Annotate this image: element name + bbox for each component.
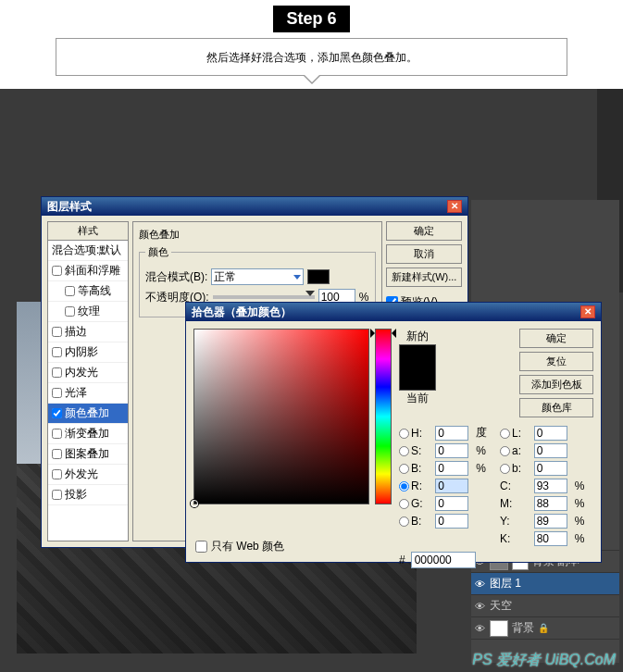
- effect-checkbox[interactable]: [52, 347, 62, 357]
- effect-item[interactable]: 颜色叠加: [48, 404, 128, 424]
- color-picker-title: 拾色器（叠加颜色）: [192, 305, 292, 320]
- bb-label[interactable]: B:: [399, 515, 431, 528]
- effect-label: 斜面和浮雕: [65, 263, 120, 279]
- color-libraries-button[interactable]: 颜色库: [519, 398, 593, 417]
- effect-checkbox[interactable]: [52, 469, 62, 479]
- effect-item[interactable]: 内发光: [48, 363, 128, 383]
- watermark: PS 爱好者 UiBQ.CoM: [472, 651, 616, 670]
- eye-icon[interactable]: 👁: [473, 600, 486, 613]
- color-picker-titlebar[interactable]: 拾色器（叠加颜色） ✕: [186, 303, 601, 321]
- effect-checkbox[interactable]: [52, 327, 62, 337]
- effect-label: 混合选项:默认: [52, 243, 121, 258]
- effect-checkbox[interactable]: [65, 306, 75, 317]
- s-input[interactable]: [435, 443, 468, 458]
- bv-label[interactable]: B:: [399, 462, 431, 475]
- g-input[interactable]: [435, 496, 468, 511]
- close-icon[interactable]: ✕: [447, 200, 462, 213]
- effect-item[interactable]: 斜面和浮雕: [48, 261, 128, 281]
- layer-row[interactable]: 👁天空: [471, 595, 619, 617]
- effect-checkbox[interactable]: [65, 286, 75, 296]
- color-compare-swatch: [399, 344, 436, 391]
- effect-checkbox[interactable]: [52, 408, 62, 418]
- instruction-box: 然后选择好混合选项，添加黑色颜色叠加。: [56, 38, 567, 76]
- bb-input[interactable]: [435, 514, 468, 529]
- hex-label: #: [399, 554, 405, 566]
- layer-style-titlebar[interactable]: 图层样式 ✕: [42, 197, 467, 216]
- r-label[interactable]: R:: [399, 479, 431, 492]
- effect-item[interactable]: 图案叠加: [48, 444, 128, 465]
- y-input[interactable]: [534, 514, 567, 529]
- m-input[interactable]: [534, 496, 567, 511]
- effect-label: 图案叠加: [65, 446, 109, 462]
- photoshop-background: 👁图层 2👁背景 副本👁图层 1👁天空👁背景🔒 图层样式 ✕ 样式 混合选项:默…: [0, 89, 623, 672]
- h-unit: 度: [476, 425, 496, 441]
- effect-label: 渐变叠加: [65, 426, 109, 442]
- effect-checkbox[interactable]: [52, 429, 62, 439]
- bv-input[interactable]: [435, 461, 468, 476]
- layer-style-title: 图层样式: [47, 199, 92, 215]
- effect-item[interactable]: 内阴影: [48, 342, 128, 363]
- b-label[interactable]: b:: [500, 462, 530, 475]
- layer-row[interactable]: 👁图层 1: [471, 573, 619, 595]
- a-input[interactable]: [534, 443, 567, 458]
- layer-name: 天空: [490, 598, 512, 614]
- step-badge: Step 6: [273, 6, 349, 32]
- effect-label: 外发光: [65, 467, 98, 482]
- c-label: C:: [500, 479, 530, 492]
- blend-mode-select[interactable]: 正常: [211, 268, 304, 285]
- hex-input[interactable]: [411, 552, 476, 568]
- hue-slider[interactable]: [375, 329, 392, 504]
- effect-label: 内阴影: [65, 344, 98, 360]
- effect-checkbox[interactable]: [52, 367, 62, 378]
- g-label[interactable]: G:: [399, 497, 431, 510]
- reset-button[interactable]: 复位: [519, 352, 593, 371]
- h-label[interactable]: H:: [399, 427, 431, 440]
- effect-item[interactable]: 纹理: [48, 302, 128, 322]
- c-input[interactable]: [534, 479, 567, 493]
- effects-sidebar-header: 样式: [48, 222, 128, 241]
- s-label[interactable]: S:: [399, 444, 431, 457]
- effect-label: 内发光: [65, 365, 98, 380]
- eye-icon[interactable]: 👁: [473, 622, 486, 635]
- effect-checkbox[interactable]: [52, 449, 62, 459]
- h-input[interactable]: [435, 426, 468, 441]
- effect-checkbox[interactable]: [52, 266, 62, 276]
- effect-item[interactable]: 等高线: [48, 281, 128, 302]
- effect-item[interactable]: 光泽: [48, 383, 128, 404]
- b-input[interactable]: [534, 461, 567, 476]
- effect-item[interactable]: 描边: [48, 322, 128, 342]
- a-label[interactable]: a:: [500, 444, 530, 457]
- m-unit: %: [575, 497, 593, 510]
- new-style-button[interactable]: 新建样式(W)...: [386, 268, 462, 287]
- color-field[interactable]: [193, 329, 369, 504]
- ok-button[interactable]: 确定: [386, 221, 462, 241]
- web-colors-checkbox[interactable]: 只有 Web 颜色: [195, 539, 284, 554]
- s-unit: %: [476, 444, 496, 457]
- overlay-color-swatch[interactable]: [307, 269, 330, 284]
- effect-checkbox[interactable]: [52, 388, 62, 398]
- layer-row[interactable]: 👁背景🔒: [471, 617, 619, 640]
- y-unit: %: [575, 515, 593, 528]
- effect-item[interactable]: 渐变叠加: [48, 424, 128, 444]
- add-swatch-button[interactable]: 添加到色板: [519, 375, 593, 394]
- k-unit: %: [575, 532, 593, 545]
- close-icon[interactable]: ✕: [580, 305, 595, 318]
- k-label: K:: [500, 532, 530, 545]
- effect-item[interactable]: 混合选项:默认: [48, 241, 128, 261]
- c-unit: %: [575, 479, 593, 492]
- cancel-button[interactable]: 取消: [386, 244, 462, 264]
- l-input[interactable]: [534, 426, 567, 441]
- effect-item[interactable]: 投影: [48, 485, 128, 505]
- l-label[interactable]: L:: [500, 427, 530, 440]
- opacity-slider[interactable]: [213, 295, 315, 299]
- effect-item[interactable]: 外发光: [48, 465, 128, 485]
- r-input[interactable]: [435, 479, 468, 493]
- eye-icon[interactable]: 👁: [473, 578, 486, 591]
- effect-checkbox[interactable]: [52, 490, 62, 500]
- lock-icon: 🔒: [538, 623, 549, 633]
- k-input[interactable]: [534, 531, 567, 546]
- y-label: Y:: [500, 515, 530, 528]
- ok-button[interactable]: 确定: [519, 329, 593, 348]
- layer-thumbnail[interactable]: [490, 620, 508, 637]
- color-marker-icon[interactable]: [191, 500, 198, 507]
